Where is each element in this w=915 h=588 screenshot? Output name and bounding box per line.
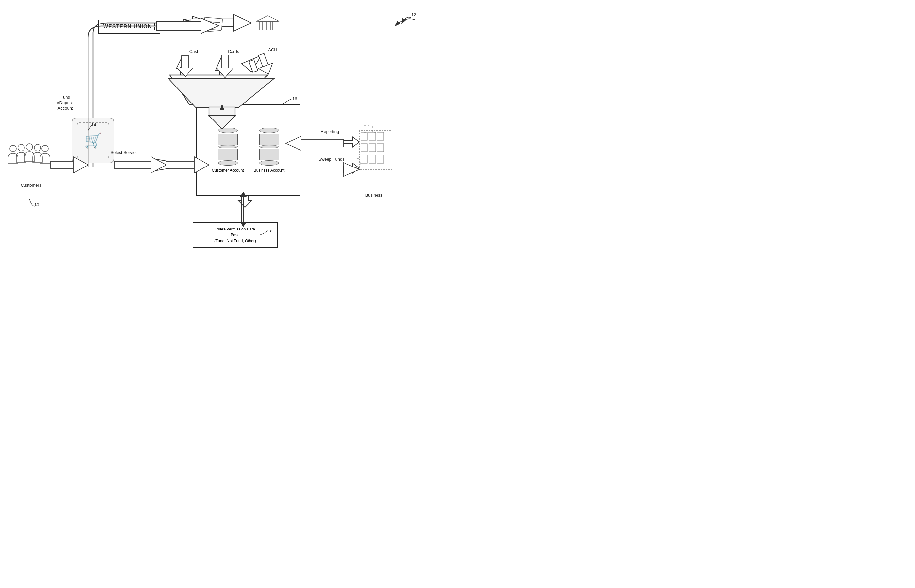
svg-marker-15 bbox=[170, 75, 268, 105]
business-account-group: Business Account bbox=[254, 128, 285, 173]
select-service-label: Select Service bbox=[106, 150, 142, 156]
svg-point-39 bbox=[26, 144, 33, 150]
select-service-text: Select Service bbox=[110, 150, 137, 155]
business-account-label: Business Account bbox=[254, 168, 285, 173]
business-label: Business bbox=[359, 192, 389, 198]
fund-edeposit-text: FundeDepositAccount bbox=[57, 95, 73, 111]
svg-rect-63 bbox=[221, 55, 229, 69]
svg-rect-12 bbox=[220, 69, 225, 78]
svg-rect-14 bbox=[249, 60, 258, 72]
svg-rect-71 bbox=[51, 161, 74, 168]
svg-rect-45 bbox=[377, 132, 384, 141]
svg-point-54 bbox=[356, 158, 360, 168]
svg-rect-28 bbox=[204, 17, 223, 31]
customers-text: Customers bbox=[21, 183, 42, 188]
cards-text: Cards bbox=[228, 49, 239, 54]
svg-marker-19 bbox=[114, 159, 189, 170]
svg-rect-33 bbox=[272, 21, 275, 31]
svg-rect-30 bbox=[260, 21, 262, 31]
svg-rect-32 bbox=[268, 21, 271, 31]
svg-rect-44 bbox=[369, 132, 375, 141]
svg-rect-77 bbox=[301, 140, 344, 147]
data-accounts-box: Customer Account Business Account bbox=[196, 105, 301, 196]
svg-marker-8 bbox=[233, 15, 251, 31]
svg-marker-21 bbox=[310, 137, 359, 147]
western-union-logo: WESTERN UNION bbox=[98, 19, 160, 34]
rules-db-label: Rules/Permission DataBase(Fund, Not Fund… bbox=[214, 226, 256, 244]
svg-rect-49 bbox=[361, 155, 367, 163]
sweep-funds-text: Sweep Funds bbox=[318, 157, 344, 162]
sweep-funds-label: Sweep Funds bbox=[314, 157, 349, 162]
wu-text: WESTERN UNION bbox=[103, 24, 152, 30]
customers-icon bbox=[6, 141, 52, 178]
svg-marker-67 bbox=[168, 78, 274, 108]
fund-edeposit-label: FundeDepositAccount bbox=[47, 95, 83, 111]
ach-bank-icon bbox=[255, 13, 281, 37]
num-14: 14 bbox=[91, 123, 96, 127]
customer-account-label: Customer Account bbox=[212, 168, 244, 173]
svg-rect-34 bbox=[258, 30, 277, 32]
svg-marker-62 bbox=[177, 68, 193, 77]
svg-rect-75 bbox=[166, 161, 195, 168]
svg-rect-10 bbox=[180, 67, 186, 77]
svg-marker-66 bbox=[258, 63, 275, 77]
svg-rect-48 bbox=[377, 144, 384, 152]
svg-marker-13 bbox=[242, 55, 261, 72]
svg-marker-64 bbox=[217, 68, 233, 78]
customer-account-group: Customer Account bbox=[212, 128, 244, 173]
svg-rect-61 bbox=[181, 55, 189, 69]
business-db-cylinder bbox=[259, 128, 279, 166]
reporting-text: Reporting bbox=[321, 129, 339, 134]
svg-marker-22 bbox=[310, 163, 359, 173]
svg-rect-52 bbox=[364, 126, 369, 132]
ach-label: ACH bbox=[260, 47, 286, 53]
svg-rect-53 bbox=[372, 124, 377, 132]
svg-point-40 bbox=[34, 144, 41, 151]
num-12: 12 bbox=[411, 12, 416, 17]
svg-point-41 bbox=[42, 145, 48, 152]
rules-db-box: Rules/Permission DataBase(Fund, Not Fund… bbox=[193, 222, 278, 248]
cart-icon: 🛒 bbox=[84, 132, 102, 149]
svg-marker-23 bbox=[238, 194, 251, 207]
customers-label: Customers bbox=[15, 183, 47, 188]
business-text: Business bbox=[365, 192, 383, 197]
reporting-label: Reporting bbox=[314, 129, 346, 134]
svg-rect-59 bbox=[157, 21, 201, 31]
cart-inner-box: 🛒 bbox=[77, 123, 109, 158]
cash-text: Cash bbox=[189, 49, 199, 54]
customer-db-cylinder bbox=[218, 128, 238, 166]
svg-rect-43 bbox=[361, 132, 367, 141]
num-18: 18 bbox=[268, 229, 272, 233]
svg-rect-73 bbox=[114, 161, 152, 168]
svg-point-38 bbox=[18, 144, 24, 151]
svg-marker-9 bbox=[176, 55, 189, 69]
svg-marker-74 bbox=[151, 157, 167, 173]
num-16: 16 bbox=[292, 96, 297, 101]
num-10: 10 bbox=[34, 202, 39, 207]
business-icon bbox=[356, 124, 395, 174]
svg-rect-51 bbox=[377, 155, 384, 163]
diagram: WESTERN UNION bbox=[0, 0, 457, 294]
cards-icon bbox=[201, 15, 227, 36]
svg-rect-31 bbox=[264, 21, 267, 31]
svg-rect-46 bbox=[361, 144, 367, 152]
svg-marker-11 bbox=[215, 55, 229, 70]
cash-label: Cash bbox=[181, 49, 207, 55]
svg-rect-50 bbox=[369, 155, 375, 163]
svg-point-37 bbox=[10, 145, 16, 152]
svg-marker-35 bbox=[256, 16, 279, 21]
svg-rect-47 bbox=[369, 144, 375, 152]
cards-label: Cards bbox=[220, 49, 247, 55]
ach-text: ACH bbox=[268, 47, 277, 52]
svg-rect-79 bbox=[301, 166, 344, 173]
svg-rect-65 bbox=[258, 53, 268, 68]
